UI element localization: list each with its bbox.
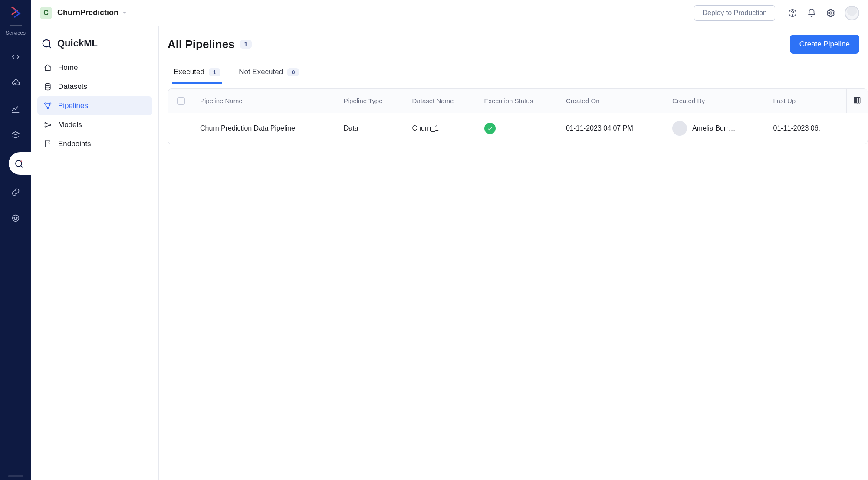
tab-label: Not Executed — [239, 68, 283, 76]
svg-rect-16 — [856, 97, 858, 103]
cell-created-on: 01-11-2023 04:07 PM — [560, 113, 666, 144]
pipelines-table: Pipeline Name Pipeline Type Dataset Name… — [168, 89, 868, 144]
column-settings-icon[interactable] — [853, 98, 861, 106]
svg-rect-15 — [854, 97, 855, 103]
project-name: ChurnPrediction — [57, 8, 118, 17]
brand-name: QuickML — [57, 38, 98, 49]
sidebar-item-home[interactable]: Home — [37, 58, 152, 77]
services-rail: Services — [0, 0, 31, 480]
cell-last-updated: 01-11-2023 06: — [767, 113, 846, 144]
svg-point-9 — [45, 103, 46, 104]
col-created-on[interactable]: Created On — [560, 89, 666, 113]
rail-service-cloud-icon[interactable] — [7, 74, 24, 91]
rail-service-code-icon[interactable] — [7, 48, 24, 65]
sidebar-item-label: Datasets — [58, 82, 87, 91]
svg-point-14 — [49, 124, 50, 125]
sidebar-item-datasets[interactable]: Datasets — [37, 77, 152, 96]
created-by-name: Amelia Burr… — [692, 124, 736, 132]
brand: QuickML — [37, 35, 152, 58]
notifications-icon[interactable] — [806, 8, 817, 18]
tab-count-badge: 0 — [287, 68, 299, 76]
svg-point-13 — [45, 126, 46, 127]
sidebar-item-label: Models — [58, 121, 82, 129]
cell-pipeline-name: Churn Prediction Data Pipeline — [194, 113, 338, 144]
rail-service-link-icon[interactable] — [7, 183, 24, 201]
col-last-updated[interactable]: Last Up — [767, 89, 846, 113]
rail-divider — [10, 25, 22, 26]
rail-service-bot-icon[interactable] — [7, 209, 24, 227]
deploy-to-production-button[interactable]: Deploy to Production — [694, 5, 775, 21]
svg-point-6 — [829, 12, 832, 14]
rail-service-integrations-icon[interactable] — [7, 126, 24, 144]
tab-label: Executed — [174, 68, 204, 76]
rail-service-quickml-icon[interactable] — [9, 152, 31, 175]
models-icon — [43, 121, 52, 129]
table-row[interactable]: Churn Prediction Data Pipeline Data Chur… — [168, 113, 868, 144]
rail-service-analytics-icon[interactable] — [7, 100, 24, 118]
help-icon[interactable] — [787, 8, 798, 18]
svg-point-5 — [792, 14, 792, 15]
create-pipeline-button[interactable]: Create Pipeline — [790, 35, 859, 54]
status-success-icon — [484, 123, 496, 134]
rail-services-label: Services — [6, 30, 26, 36]
home-icon — [43, 63, 52, 72]
settings-icon[interactable] — [825, 8, 836, 18]
svg-point-1 — [13, 215, 19, 222]
cell-created-by: Amelia Burr… — [666, 113, 767, 144]
project-initial-chip: C — [40, 7, 52, 19]
svg-point-10 — [49, 103, 51, 104]
cell-execution-status — [478, 113, 560, 144]
svg-point-12 — [45, 122, 46, 124]
rail-footer-indicator — [8, 475, 23, 477]
sidebar-item-endpoints[interactable]: Endpoints — [37, 134, 152, 153]
cell-dataset-name: Churn_1 — [406, 113, 478, 144]
project-selector[interactable]: ChurnPrediction — [57, 8, 127, 17]
col-pipeline-name[interactable]: Pipeline Name — [194, 89, 338, 113]
tab-count-badge: 1 — [209, 68, 220, 76]
svg-rect-17 — [858, 97, 860, 103]
sidebar-item-label: Pipelines — [58, 101, 88, 110]
main-pane: All Pipelines 1 Create Pipeline Executed… — [159, 26, 868, 480]
database-icon — [43, 82, 52, 91]
flag-icon — [43, 140, 52, 148]
chevron-down-icon — [122, 10, 127, 16]
cell-pipeline-type: Data — [338, 113, 406, 144]
pipelines-table-container: Pipeline Name Pipeline Type Dataset Name… — [168, 88, 868, 144]
col-dataset-name[interactable]: Dataset Name — [406, 89, 478, 113]
user-avatar[interactable] — [845, 6, 859, 20]
tab-not-executed[interactable]: Not Executed 0 — [237, 63, 301, 84]
tab-executed[interactable]: Executed 1 — [172, 63, 222, 84]
quickml-logo-icon — [41, 37, 53, 49]
pipeline-icon — [43, 101, 52, 110]
tabs: Executed 1 Not Executed 0 — [168, 63, 868, 84]
sidebar-item-pipelines[interactable]: Pipelines — [37, 96, 152, 115]
pane-header: All Pipelines 1 Create Pipeline — [168, 35, 868, 54]
secondary-sidebar: QuickML Home Datasets Pipelines Models — [31, 26, 159, 480]
app-logo-icon — [8, 4, 23, 20]
page-count-badge: 1 — [240, 40, 252, 49]
page-title: All Pipelines — [168, 38, 235, 51]
svg-point-3 — [16, 217, 17, 218]
col-execution-status[interactable]: Execution Status — [478, 89, 560, 113]
col-created-by[interactable]: Created By — [666, 89, 767, 113]
col-pipeline-type[interactable]: Pipeline Type — [338, 89, 406, 113]
select-all-checkbox[interactable] — [177, 97, 185, 105]
svg-point-2 — [14, 217, 15, 218]
sidebar-item-models[interactable]: Models — [37, 115, 152, 134]
user-avatar-icon — [672, 121, 687, 136]
topbar: C ChurnPrediction Deploy to Production — [31, 0, 868, 26]
sidebar-item-label: Endpoints — [58, 140, 91, 148]
svg-point-8 — [45, 84, 50, 86]
sidebar-item-label: Home — [58, 63, 78, 72]
